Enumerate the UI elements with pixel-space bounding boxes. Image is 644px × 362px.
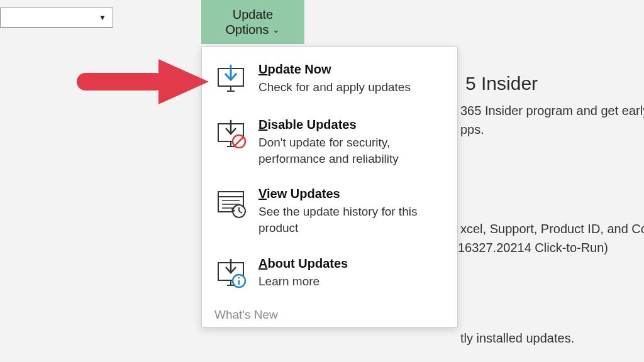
insider-line-1: 365 Insider program and get early a <box>460 102 644 119</box>
menu-desc: See the update history for this product <box>258 204 443 236</box>
menu-desc: Don't update for security, performance a… <box>258 134 443 167</box>
about-line-1: xcel, Support, Product ID, and Cop <box>460 220 644 238</box>
menu-item-disable-updates[interactable]: Disable Updates Don't update for securit… <box>202 110 457 179</box>
update-options-button[interactable]: Update Options ⌄ <box>201 0 304 44</box>
disable-updates-icon <box>216 118 247 167</box>
menu-title: Disable Updates <box>258 118 443 132</box>
svg-rect-25 <box>77 73 165 90</box>
update-options-label-2: Options ⌄ <box>226 22 280 37</box>
insider-line-2: pps. <box>460 121 484 138</box>
menu-item-view-updates[interactable]: View Updates See the update history for … <box>202 179 457 248</box>
about-line-2: 16327.20214 Click-to-Run) <box>458 239 608 256</box>
caret-down-icon: ▼ <box>99 13 106 22</box>
update-options-label-1: Update <box>233 7 274 22</box>
menu-title: View Updates <box>258 187 443 201</box>
menu-desc: Learn more <box>258 273 348 290</box>
update-options-menu: Update Now Check for and apply updates D… <box>201 47 458 327</box>
installed-line: tly installed updates. <box>460 329 574 347</box>
menu-item-update-now[interactable]: Update Now Check for and apply updates <box>202 55 457 110</box>
insider-heading: 5 Insider <box>465 70 538 97</box>
whats-new-label: What's New <box>202 305 457 322</box>
menu-title: About Updates <box>258 256 348 271</box>
about-updates-icon <box>216 256 247 292</box>
view-updates-icon <box>216 187 247 236</box>
theme-dropdown[interactable]: ▼ <box>0 8 113 28</box>
arrow-annotation-icon <box>77 59 209 104</box>
menu-title: Update Now <box>258 62 411 77</box>
menu-item-about-updates[interactable]: About Updates Learn more <box>202 249 457 304</box>
update-now-icon <box>216 62 247 97</box>
menu-desc: Check for and apply updates <box>258 79 411 96</box>
chevron-down-icon: ⌄ <box>272 25 280 35</box>
